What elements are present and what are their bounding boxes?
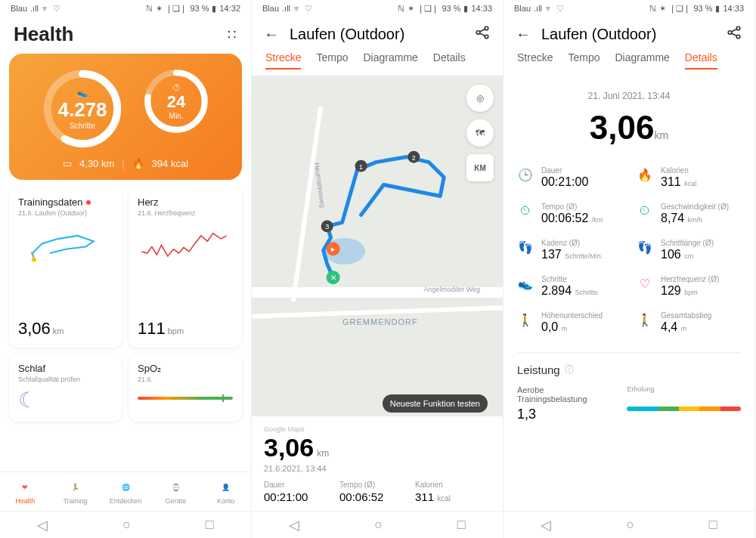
perf-label: Aerobe Trainingsbelastung [517,385,612,404]
tab-strecke[interactable]: Strecke [265,51,301,70]
tab-diagramme[interactable]: Diagramme [615,51,670,70]
down-icon: 🚶 [637,311,653,328]
distance-unit: km [317,448,329,459]
back-icon[interactable]: ◁ [37,517,48,533]
clock-label: 14:33 [471,4,492,13]
tab-label: Konto [217,497,235,505]
recent-icon[interactable]: □ [709,517,717,533]
heart-sparkline [138,221,233,314]
nfc-icon: ℕ [398,4,404,14]
minutes-ring: ⏱ 24 Min. [142,67,210,135]
card-title-text: SpO₂ [138,363,233,374]
share-icon[interactable] [726,24,742,44]
km-toggle[interactable]: KM [466,154,494,181]
tab-training[interactable]: 🏃Training [50,472,100,511]
carrier-label: Blau [262,4,279,13]
card-spo2[interactable]: SpO₂ 21.6. [129,354,242,422]
battery-icon: ▮ [212,4,216,14]
tab-tempo[interactable]: Tempo [568,51,600,70]
hero-distance: 4,30 km [79,158,114,169]
system-nav-bar: ◁○□ [252,511,503,538]
card-sleep[interactable]: Schlaf Schlafqualität prüfen ☾ [9,354,122,422]
layers-button[interactable]: 🗺 [466,119,494,147]
flame-icon: 🔥 [637,166,653,183]
svg-text:▸: ▸ [331,245,335,253]
locate-button[interactable]: ◎ [466,85,494,112]
vibrate-icon: ❘❑❘ [669,4,690,14]
detail-item: 👟 Schritte 2.894 Schritte [517,275,621,298]
menu-icon[interactable]: ∷ [228,26,237,43]
hero-kcal: 394 kcal [152,158,188,169]
detail-value: 4,4 m [661,320,711,334]
stat-tempo: Tempo (Ø)00:06:52 [339,481,415,503]
heart-icon: ♡ [305,4,312,14]
page-title: Health [14,23,73,46]
wifi-icon: ᯤ [42,4,50,13]
card-value: 111 [138,319,166,338]
tab-discover[interactable]: 🌐Entdecken [101,472,150,511]
status-bar: Blau .ıll ᯤ ♡ ℕ ✶ ❘❑❘ 93 % ▮ 14:32 [0,0,251,17]
card-unit: km [53,326,64,335]
back-button[interactable]: ← [264,26,279,43]
speed-icon: ⏲ [637,203,653,219]
nfc-icon: ℕ [146,4,153,14]
tab-health[interactable]: ❤Health [0,472,50,511]
detail-label: Herzfrequenz (Ø) [661,275,719,283]
detail-value: 00:21:00 [541,175,588,189]
home-icon[interactable]: ○ [374,517,383,533]
runner-icon: 🏃 [67,479,84,496]
detail-label: Kalorien [661,166,696,175]
run-date: 21. Juni 2021, 13:44 [517,91,741,101]
home-icon[interactable]: ○ [626,517,634,533]
battery-label: 93 % [190,4,209,13]
moon-icon: ☾ [18,388,37,413]
map-footer: Google Maps 3,06km 21.6.2021, 13:44 Daue… [252,416,503,511]
tab-account[interactable]: 👤Konto [201,472,251,511]
tab-diagramme[interactable]: Diagramme [364,51,418,70]
carrier-label: Blau [514,4,531,13]
detail-label: Höhenunterschied [541,311,603,320]
card-training[interactable]: Trainingsdaten 21.6. Laufen (Outdoor) 3,… [9,187,122,348]
distance-icon: ▭ [63,158,72,169]
tab-details[interactable]: Details [433,51,466,70]
battery-icon: ▮ [715,4,720,14]
back-icon[interactable]: ◁ [541,517,551,533]
town-label: GREMMENDORF [342,317,418,326]
info-icon[interactable]: ⓘ [565,363,574,376]
speed-icon: ⏲ [517,203,534,219]
tab-label: Training [64,497,88,505]
card-sub: 21.6. Laufen (Outdoor) [18,209,113,217]
detail-label: Kadenz (Ø) [541,239,603,247]
perf-bar-label: Erholung [627,385,741,393]
card-value: 3,06 [18,319,51,338]
svg-text:3: 3 [325,223,329,230]
wifi-icon: ᯤ [293,4,302,13]
road-label: Angelmodder Weg [424,286,480,293]
heart-icon: ♡ [637,275,653,292]
detail-item: 🕒 Dauer 00:21:00 [517,166,621,189]
signal-icon: .ıll [534,4,542,13]
detail-value: 2.894 Schritte [541,284,598,298]
card-heart[interactable]: Herz 21.6. Herzfrequenz 111bpm [129,187,242,348]
recent-icon[interactable]: □ [206,517,214,533]
route-map[interactable]: 1 2 3 ▸ ✕ Heumannsweg Angelmodder Weg GR… [252,76,503,511]
card-unit: bpm [168,326,184,335]
tab-details[interactable]: Details [685,51,717,70]
card-sub: 21.6. [138,376,233,383]
share-icon[interactable] [474,24,491,44]
recent-icon[interactable]: □ [457,517,466,533]
detail-item: 👣 Kadenz (Ø) 137 Schritte/Min. [517,239,621,261]
home-icon[interactable]: ○ [122,517,131,533]
signal-icon: .ıll [282,4,290,13]
detail-item: ⏲ Tempo (Ø) 00:06:52 /km [517,203,621,225]
tab-label: Health [15,497,35,505]
back-icon[interactable]: ◁ [289,517,299,533]
detail-item: ♡ Herzfrequenz (Ø) 129 bpm [637,275,741,298]
up-icon: 🚶 [517,311,534,328]
tab-devices[interactable]: ⌚Geräte [150,472,200,511]
tab-tempo[interactable]: Tempo [316,51,348,70]
activity-hero[interactable]: 👟 4.278 Schritte ⏱ 24 Min. ▭ 4,30 km | 🔥… [9,54,242,180]
distance-unit: km [654,129,668,141]
tab-strecke[interactable]: Strecke [517,51,553,70]
back-button[interactable]: ← [516,26,531,43]
